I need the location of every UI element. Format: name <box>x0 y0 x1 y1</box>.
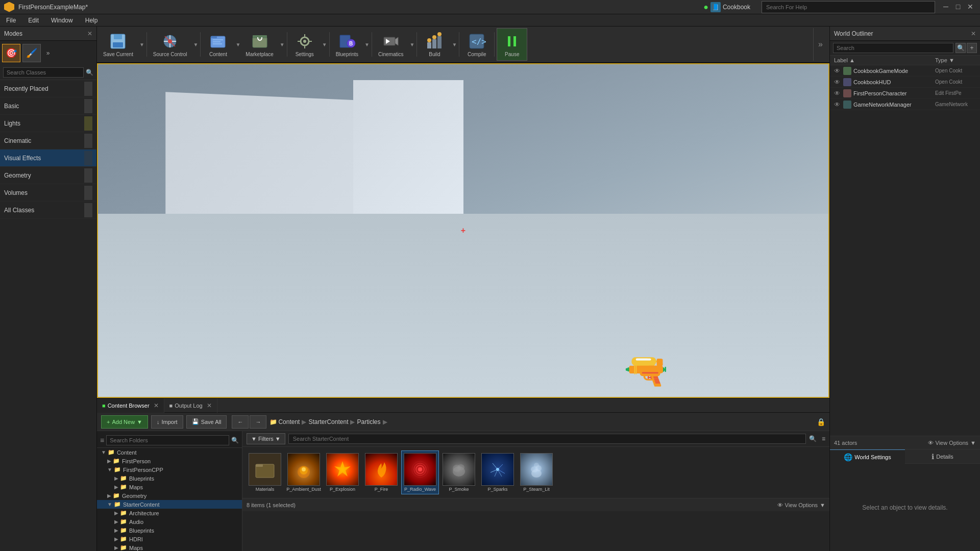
folder-maps-sc[interactable]: ▶ 📁 Maps <box>97 543 242 551</box>
view-options-button[interactable]: View Options <box>785 502 818 508</box>
blueprints-arrow[interactable]: ▼ <box>364 42 370 47</box>
asset-steam[interactable]: P_Steam_Lit <box>518 451 555 494</box>
maximize-button[interactable]: □ <box>952 1 964 12</box>
content-browser-close[interactable]: ✕ <box>154 402 159 409</box>
wo-search-icon[interactable]: 🔍 <box>955 43 966 53</box>
toolbar-marketplace[interactable]: Marketplace <box>241 28 277 61</box>
asset-radio-wave[interactable]: P_Radio_Wave <box>402 451 438 494</box>
asset-ambient-dust[interactable]: P_Ambient_Dust <box>285 451 322 494</box>
wo-search-input[interactable] <box>833 43 953 53</box>
folder-maps[interactable]: ▶ 📁 Maps <box>97 483 242 491</box>
folder-search-input[interactable] <box>106 435 229 445</box>
save-current-arrow[interactable]: ▼ <box>139 42 144 47</box>
placement-all-classes[interactable]: All Classes <box>0 202 96 219</box>
modes-close[interactable]: ✕ <box>87 30 92 37</box>
nav-back[interactable]: ← <box>232 415 249 429</box>
asset-explosion[interactable]: P_Explosion <box>324 451 361 494</box>
output-log-close[interactable]: ✕ <box>207 402 212 409</box>
folder-blueprints-sc[interactable]: ▶ 📁 Blueprints <box>97 526 242 535</box>
close-button[interactable]: ✕ <box>965 1 976 12</box>
tab-world-settings[interactable]: 🌐 World Settings <box>830 449 905 464</box>
toolbar-content[interactable]: Content <box>203 28 233 61</box>
filters-button[interactable]: ▼ Filters ▼ <box>247 433 285 444</box>
menu-edit[interactable]: Edit <box>22 14 45 26</box>
view-toggle-icon[interactable]: ≡ <box>822 435 825 442</box>
breadcrumb-particles[interactable]: Particles <box>357 418 380 425</box>
breadcrumb-content[interactable]: Content <box>278 418 300 425</box>
content-arrow[interactable]: ▼ <box>235 42 240 47</box>
wo-item-cookbook-gamemode[interactable]: 👁 CookbookGameMode Open Cookt <box>830 65 980 77</box>
toolbar-build[interactable]: Build <box>419 28 450 61</box>
wo-item-game-network-manager[interactable]: 👁 GameNetworkManager GameNetwork <box>830 99 980 110</box>
folder-geometry[interactable]: ▶ 📁 Geometry <box>97 491 242 500</box>
import-button[interactable]: ↓ Import <box>151 415 183 429</box>
breadcrumb-starter[interactable]: StarterContent <box>308 418 348 425</box>
add-new-button[interactable]: + Add New ▼ <box>101 415 148 429</box>
placement-lights[interactable]: Lights <box>0 115 96 132</box>
toolbar-settings[interactable]: Settings <box>289 28 320 61</box>
minimize-button[interactable]: ─ <box>940 1 951 12</box>
placement-recently-placed[interactable]: Recently Placed <box>0 80 96 97</box>
modes-expand[interactable]: » <box>43 44 53 62</box>
toolbar-compile[interactable]: </> Compile <box>461 28 492 61</box>
folder-architecture[interactable]: ▶ 📁 Architecture <box>97 509 242 517</box>
placement-volumes[interactable]: Volumes <box>0 184 96 202</box>
settings-arrow[interactable]: ▼ <box>322 42 327 47</box>
wo-sort-icon[interactable]: ▲ <box>849 57 855 63</box>
tab-details[interactable]: ℹ Details <box>905 449 980 464</box>
toolbar-blueprints[interactable]: B Blueprints <box>332 28 362 61</box>
folder-content[interactable]: ▼ 📁 Content <box>97 448 242 457</box>
mode-paint[interactable]: 🖌️ <box>22 44 41 62</box>
placement-geometry[interactable]: Geometry <box>0 167 96 184</box>
wo-add-icon[interactable]: + <box>967 43 977 53</box>
tab-output-log[interactable]: ■ Output Log ✕ <box>164 398 217 413</box>
viewport[interactable]: + 🔫 <box>97 63 829 398</box>
asset-materials[interactable]: Materials <box>247 451 283 494</box>
menu-help[interactable]: Help <box>79 14 104 26</box>
placement-cinematic[interactable]: Cinematic <box>0 132 96 149</box>
tab-content-browser[interactable]: ■ Content Browser ✕ <box>97 398 164 413</box>
toolbar-expand[interactable]: » <box>813 28 827 61</box>
menu-file[interactable]: File <box>0 14 22 26</box>
asset-sparks[interactable]: P_Sparks <box>479 451 516 494</box>
toolbar-source-control[interactable]: Source Control <box>149 28 191 61</box>
wo-item-firstperson-char[interactable]: 👁 FirstPersonCharacter Edit FirstPe <box>830 88 980 99</box>
toolbar-pause[interactable]: Pause <box>497 28 527 61</box>
eye-icon-4[interactable]: 👁 <box>834 101 843 108</box>
asset-smoke[interactable]: P_Smoke <box>440 451 477 494</box>
folder-blueprints[interactable]: ▶ 📁 Blueprints <box>97 474 242 483</box>
folder-startercontent[interactable]: ▼ 📁 StarterContent <box>97 500 242 509</box>
wo-type-sort-icon[interactable]: ▼ <box>949 57 954 63</box>
source-control-arrow[interactable]: ▼ <box>193 42 199 47</box>
search-classes-icon[interactable]: 🔍 <box>86 69 93 76</box>
folder-firstpersoncpp[interactable]: ▼ 📁 FirstPersonCPP <box>97 465 242 474</box>
asset-search-input[interactable] <box>288 434 806 444</box>
lock-icon[interactable]: 🔒 <box>817 418 825 426</box>
search-icon[interactable]: 🔍 <box>809 435 817 442</box>
placement-basic[interactable]: Basic <box>0 97 96 115</box>
toolbar-cinematics[interactable]: Cinematics <box>374 28 407 61</box>
eye-icon-2[interactable]: 👁 <box>834 79 843 86</box>
marketplace-arrow[interactable]: ▼ <box>280 42 285 47</box>
folder-audio[interactable]: ▶ 📁 Audio <box>97 517 242 526</box>
placement-visual-effects[interactable]: Visual Effects <box>0 149 96 167</box>
nav-forward[interactable]: → <box>250 415 266 429</box>
menu-window[interactable]: Window <box>45 14 79 26</box>
search-classes-input[interactable] <box>3 67 84 78</box>
cinematics-arrow[interactable]: ▼ <box>409 42 414 47</box>
wo-close-icon[interactable]: ✕ <box>971 30 976 37</box>
folder-firstperson[interactable]: ▶ 📁 FirstPerson <box>97 457 242 465</box>
folder-hdri[interactable]: ▶ 📁 HDRI <box>97 535 242 543</box>
wo-item-cookbook-hud[interactable]: 👁 CookbookHUD Open Cookt <box>830 77 980 88</box>
wo-view-options-button[interactable]: 👁 View Options ▼ <box>928 440 976 446</box>
view-options-arrow[interactable]: ▼ <box>820 502 825 508</box>
folder-search-icon[interactable]: 🔍 <box>231 437 239 444</box>
build-arrow[interactable]: ▼ <box>452 42 457 47</box>
toolbar-save-current[interactable]: Save Current <box>99 28 137 61</box>
eye-icon-1[interactable]: 👁 <box>834 67 843 74</box>
eye-icon-3[interactable]: 👁 <box>834 90 843 97</box>
asset-fire[interactable]: P_Fire <box>363 451 400 494</box>
save-all-button[interactable]: 💾 Save All <box>186 415 227 429</box>
help-search-input[interactable] <box>766 4 930 10</box>
mode-placement[interactable]: 🎯 <box>2 44 20 62</box>
